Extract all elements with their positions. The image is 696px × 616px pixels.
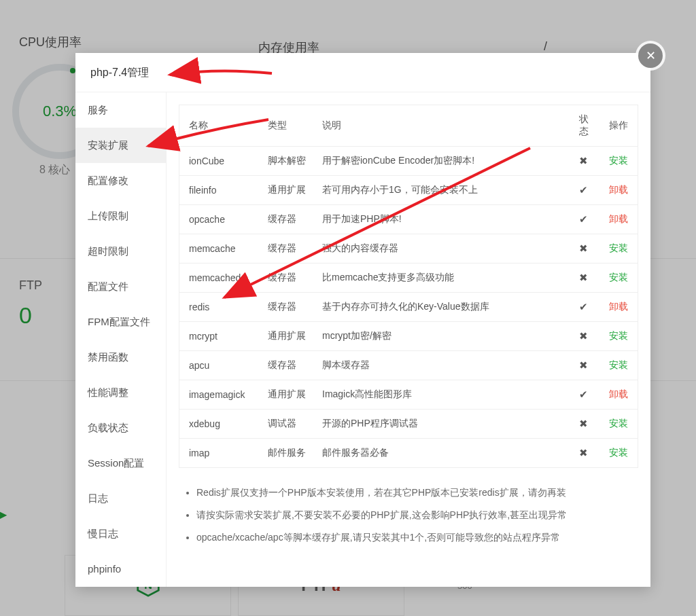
extensions-table-wrapper[interactable]: 名称 类型 说明 状态 操作 ionCube脚本解密用于解密ionCube En… [179, 105, 638, 468]
ext-desc: 比memcache支持更多高级功能 [315, 264, 572, 293]
ext-status: ✖ [572, 410, 602, 439]
th-name: 名称 [179, 105, 261, 147]
ext-type: 通用扩展 [261, 380, 315, 410]
uninstall-button[interactable]: 卸载 [609, 213, 628, 224]
php-manage-modal: ✕ php-7.4管理 服务安装扩展配置修改上传限制超时限制配置文件FPM配置文… [75, 53, 650, 587]
nav-item[interactable]: 超时限制 [75, 234, 166, 269]
ext-op: 安装 [602, 410, 638, 439]
ext-name: opcache [179, 205, 261, 234]
table-row: ionCube脚本解密用于解密ionCube Encoder加密脚本!✖安装 [179, 147, 638, 176]
ext-type: 缓存器 [261, 264, 315, 293]
install-button[interactable]: 安装 [609, 330, 628, 341]
ext-status: ✖ [572, 351, 602, 380]
ext-desc: 用于解密ionCube Encoder加密脚本! [315, 147, 572, 176]
cross-icon: ✖ [579, 359, 588, 371]
ext-type: 缓存器 [261, 351, 315, 380]
ext-op: 安装 [602, 322, 638, 351]
nav-item[interactable]: 性能调整 [75, 375, 166, 410]
install-button[interactable]: 安装 [609, 242, 628, 253]
ext-desc: 若可用内存小于1G，可能会安装不上 [315, 176, 572, 205]
cross-icon: ✖ [579, 155, 588, 166]
th-op: 操作 [602, 105, 638, 147]
nav-item[interactable]: 安装扩展 [75, 128, 166, 163]
cross-icon: ✖ [579, 242, 588, 254]
ext-type: 脚本解密 [261, 147, 315, 176]
modal-content: 名称 类型 说明 状态 操作 ionCube脚本解密用于解密ionCube En… [167, 92, 650, 587]
uninstall-button[interactable]: 卸载 [609, 184, 628, 195]
nav-item[interactable]: 慢日志 [75, 516, 166, 551]
notes-list: Redis扩展仅支持一个PHP版本安装使用，若在其它PHP版本已安装redis扩… [179, 486, 638, 545]
nav-item[interactable]: 上传限制 [75, 198, 166, 234]
ext-status: ✔ [572, 293, 602, 322]
ext-op: 卸载 [602, 380, 638, 410]
ext-name: fileinfo [179, 176, 261, 205]
table-row: xdebug调试器开源的PHP程序调试器✖安装 [179, 410, 638, 439]
ext-status: ✖ [572, 234, 602, 264]
ext-name: apcu [179, 351, 261, 380]
install-button[interactable]: 安装 [609, 272, 628, 283]
ext-op: 安装 [602, 439, 638, 468]
ext-op: 安装 [602, 264, 638, 293]
uninstall-button[interactable]: 卸载 [609, 388, 628, 399]
ext-op: 卸载 [602, 293, 638, 322]
close-button[interactable]: ✕ [638, 43, 663, 68]
nav-item[interactable]: 服务 [75, 92, 166, 128]
nav-item[interactable]: 禁用函数 [75, 340, 166, 375]
ext-type: 调试器 [261, 410, 315, 439]
ext-status: ✔ [572, 380, 602, 410]
ext-op: 卸载 [602, 176, 638, 205]
nav-item[interactable]: 日志 [75, 481, 166, 516]
check-icon: ✔ [579, 301, 588, 312]
ext-name: redis [179, 293, 261, 322]
table-row: opcache缓存器用于加速PHP脚本!✔卸载 [179, 205, 638, 234]
note-item: Redis扩展仅支持一个PHP版本安装使用，若在其它PHP版本已安装redis扩… [196, 486, 636, 500]
check-icon: ✔ [579, 213, 588, 225]
install-button[interactable]: 安装 [609, 418, 628, 429]
ext-desc: Imagick高性能图形库 [315, 380, 572, 410]
nav-item[interactable]: FPM配置文件 [75, 304, 166, 340]
table-row: apcu缓存器脚本缓存器✖安装 [179, 351, 638, 380]
ext-desc: 用于加速PHP脚本! [315, 205, 572, 234]
ext-name: imap [179, 439, 261, 468]
cross-icon: ✖ [579, 272, 588, 283]
table-row: mcrypt通用扩展mcrypt加密/解密✖安装 [179, 322, 638, 351]
nav-item[interactable]: Session配置 [75, 446, 166, 481]
install-button[interactable]: 安装 [609, 447, 628, 458]
table-row: memcache缓存器强大的内容缓存器✖安装 [179, 234, 638, 264]
extensions-table: 名称 类型 说明 状态 操作 ionCube脚本解密用于解密ionCube En… [179, 105, 638, 467]
uninstall-button[interactable]: 卸载 [609, 301, 628, 312]
table-row: imap邮件服务邮件服务器必备✖安装 [179, 439, 638, 468]
nav-item[interactable]: 配置文件 [75, 269, 166, 304]
ext-type: 缓存器 [261, 293, 315, 322]
ext-type: 缓存器 [261, 205, 315, 234]
install-button[interactable]: 安装 [609, 359, 628, 370]
ext-op: 安装 [602, 147, 638, 176]
ext-name: memcached [179, 264, 261, 293]
ext-status: ✖ [572, 322, 602, 351]
ext-name: ionCube [179, 147, 261, 176]
ext-op: 安装 [602, 351, 638, 380]
ext-desc: 脚本缓存器 [315, 351, 572, 380]
ext-type: 通用扩展 [261, 176, 315, 205]
nav-item[interactable]: 负载状态 [75, 410, 166, 446]
ext-desc: 基于内存亦可持久化的Key-Value数据库 [315, 293, 572, 322]
ext-name: memcache [179, 234, 261, 264]
th-status: 状态 [572, 105, 602, 147]
cross-icon: ✖ [579, 447, 588, 458]
ext-status: ✖ [572, 264, 602, 293]
note-item: 请按实际需求安装扩展,不要安装不必要的PHP扩展,这会影响PHP执行效率,甚至出… [196, 508, 636, 522]
nav-item[interactable]: 配置修改 [75, 163, 166, 198]
nav-item[interactable]: phpinfo [75, 551, 166, 587]
modal-title: php-7.4管理 [75, 53, 650, 92]
ext-name: xdebug [179, 410, 261, 439]
th-type: 类型 [261, 105, 315, 147]
check-icon: ✔ [579, 184, 588, 196]
ext-status: ✔ [572, 176, 602, 205]
ext-desc: 开源的PHP程序调试器 [315, 410, 572, 439]
ext-desc: 邮件服务器必备 [315, 439, 572, 468]
th-desc: 说明 [315, 105, 572, 147]
install-button[interactable]: 安装 [609, 155, 628, 166]
cross-icon: ✖ [579, 330, 588, 342]
table-row: redis缓存器基于内存亦可持久化的Key-Value数据库✔卸载 [179, 293, 638, 322]
ext-name: imagemagick [179, 380, 261, 410]
